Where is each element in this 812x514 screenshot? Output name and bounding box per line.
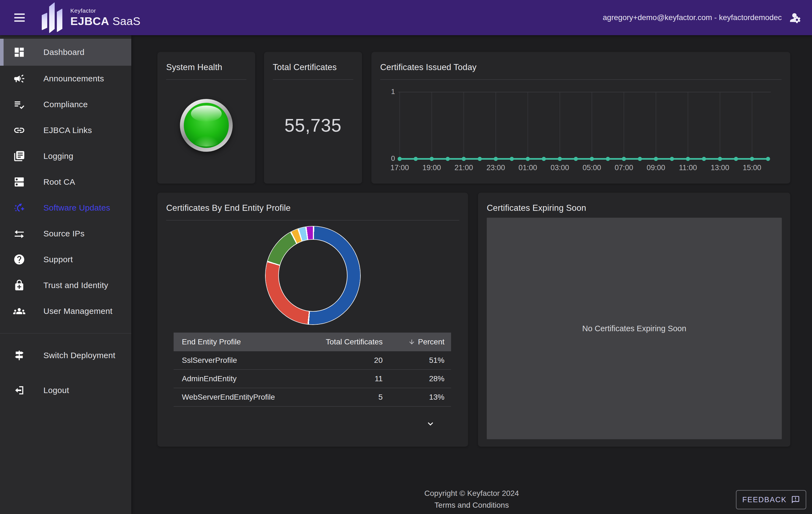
svg-text:21:00: 21:00 [454,164,473,172]
dashboard-icon [13,46,25,58]
svg-text:03:00: 03:00 [550,164,569,172]
sidebar-item-support[interactable]: Support [0,247,131,272]
brand-logo: Keyfactor EJBCA SaaS [42,2,141,33]
health-status-indicator [180,99,233,152]
main-content: System Health Total Certificates 55,735 … [131,35,812,514]
switch-deployment-icon [13,349,25,361]
svg-text:15:00: 15:00 [743,164,761,172]
total-certificates-value: 55,735 [264,115,362,136]
svg-text:07:00: 07:00 [614,164,633,172]
svg-text:0: 0 [391,154,395,162]
trust-identity-icon [13,279,25,291]
sidebar-item-logging[interactable]: Logging [0,143,131,169]
header-percent[interactable]: Percent [383,337,451,346]
expiring-title: Certificates Expiring Soon [478,193,790,213]
feedback-button[interactable]: FEEDBACK [736,490,806,509]
sidebar: Dashboard Announcements Compliance EJBCA… [0,35,131,514]
system-health-title: System Health [157,52,255,72]
compliance-icon [13,99,25,110]
logging-icon [13,150,25,162]
feedback-icon [791,495,800,504]
certificates-issued-today-card: Certificates Issued Today 1017:0019:0021… [371,52,790,184]
svg-text:19:00: 19:00 [423,164,441,172]
profile-table-header: End Entity Profile Total Certificates Pe… [174,332,451,351]
table-row: WebServerEndEntityProfile 5 13% [174,388,451,407]
system-health-card: System Health [157,52,255,184]
brand-product: EJBCA SaaS [70,15,141,28]
svg-text:13:00: 13:00 [710,164,729,172]
card-divider [273,79,353,80]
svg-text:05:00: 05:00 [583,164,601,172]
header-end-entity-profile: End Entity Profile [182,337,300,346]
menu-icon[interactable] [14,13,25,22]
root-ca-icon [13,176,25,188]
sidebar-item-ejbca-links[interactable]: EJBCA Links [0,117,131,143]
sidebar-item-software-updates[interactable]: Software Updates [0,195,131,221]
account-area: agregory+demo@keyfactor.com - keyfactord… [603,11,802,24]
sidebar-item-trust-identity[interactable]: Trust and Identity [0,272,131,298]
svg-text:09:00: 09:00 [647,164,665,172]
link-icon [13,124,25,136]
total-certificates-card: Total Certificates 55,735 [264,52,362,184]
expiring-empty-panel: No Certificates Expiring Soon [487,218,782,439]
svg-text:11:00: 11:00 [679,164,697,172]
svg-text:17:00: 17:00 [390,164,409,172]
sidebar-item-source-ips[interactable]: Source IPs [0,221,131,247]
app-header: Keyfactor EJBCA SaaS agregory+demo@keyfa… [0,0,812,35]
certificates-by-profile-card: Certificates By End Entity Profile End E… [157,193,468,447]
software-updates-icon [13,202,25,214]
sidebar-item-switch-deployment[interactable]: Switch Deployment [0,343,131,368]
sidebar-item-compliance[interactable]: Compliance [0,91,131,117]
card-divider [166,220,459,220]
sidebar-divider [0,333,131,333]
sort-descending-icon [408,339,415,346]
user-management-icon [13,305,25,317]
announcements-icon [13,73,25,85]
source-ips-icon [13,227,25,240]
svg-text:23:00: 23:00 [487,164,505,172]
by-profile-title: Certificates By End Entity Profile [157,193,468,213]
total-certificates-title: Total Certificates [264,52,362,72]
sidebar-item-root-ca[interactable]: Root CA [0,169,131,195]
support-icon [13,253,25,266]
sidebar-item-logout[interactable]: Logout [0,377,131,403]
profile-donut-chart [266,226,360,324]
terms-link[interactable]: Terms and Conditions [131,501,812,510]
keyfactor-logo-icon [42,2,63,33]
table-row: SslServerProfile 20 51% [174,351,451,370]
logout-icon [13,384,25,396]
certificates-expiring-card: Certificates Expiring Soon No Certificat… [478,193,790,447]
profile-table: End Entity Profile Total Certificates Pe… [174,332,451,430]
card-divider [166,79,246,80]
svg-text:01:00: 01:00 [519,164,537,172]
sidebar-item-user-management[interactable]: User Management [0,298,131,324]
manage-account-icon[interactable] [789,11,802,24]
account-label: agregory+demo@keyfactor.com - keyfactord… [603,13,782,22]
sidebar-item-announcements[interactable]: Announcements [0,66,131,91]
brand-keyfactor: Keyfactor [70,7,141,14]
expiring-empty-message: No Certificates Expiring Soon [582,324,687,333]
issued-today-line-chart: 1017:0019:0021:0023:0001:0003:0005:0007:… [371,52,790,184]
expand-table-button[interactable] [425,418,436,430]
sidebar-item-dashboard[interactable]: Dashboard [0,39,131,66]
table-row: AdminEndEntity 11 28% [174,370,451,388]
svg-text:1: 1 [391,87,395,96]
header-total-certificates: Total Certificates [300,337,383,346]
copyright-text: Copyright © Keyfactor 2024 [131,489,812,498]
chevron-down-icon [425,418,436,429]
